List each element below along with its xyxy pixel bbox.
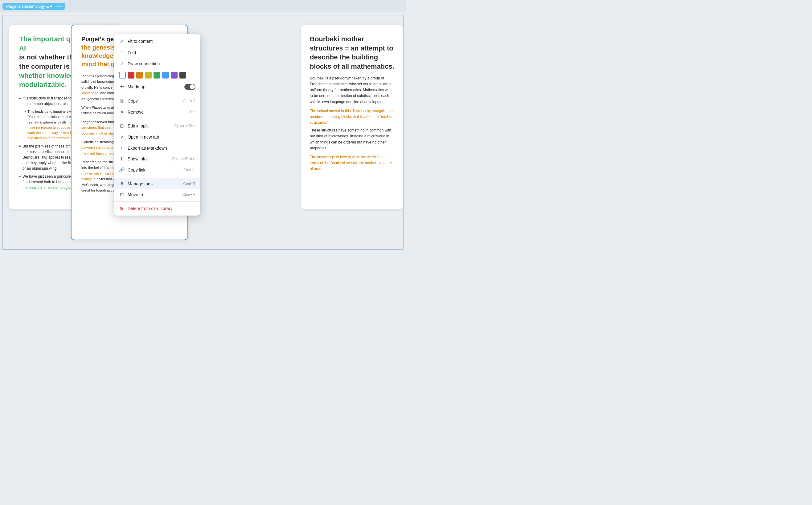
remove-label: Remove: [128, 110, 144, 115]
show-info-label: Show info: [128, 156, 146, 161]
menu-manage-tags[interactable]: # Manage tags Cmd+T: [114, 178, 200, 189]
export-label: Export as Markdown: [128, 146, 167, 151]
color-swatch-orange[interactable]: [136, 72, 143, 78]
fit-to-content-label: Fit to content: [128, 39, 152, 44]
menu-draw-connection[interactable]: ↗ Draw connection: [114, 58, 200, 69]
edit-split-label: Edit in split: [128, 124, 148, 128]
menu-item-left-mindmap: Mindmap: [119, 84, 145, 90]
menu-item-left-open-tab: ↗ Open in new tab: [119, 134, 159, 140]
triangle-icon-3: ▾: [19, 175, 21, 179]
manage-tags-icon: #: [119, 181, 125, 186]
color-swatch-red[interactable]: [128, 72, 134, 78]
menu-item-left-export: ↑ Export as Markdown: [119, 145, 167, 151]
dot-icon-2: [19, 145, 21, 147]
menu-mindmap[interactable]: Mindmap: [114, 81, 200, 93]
open-new-tab-label: Open in new tab: [128, 135, 159, 140]
divider-3: [114, 177, 200, 177]
card-right-orange2: The knowledge of how to work the world i…: [310, 154, 394, 172]
menu-copy[interactable]: ⧉ Copy Cmd+C: [114, 96, 200, 107]
manage-tags-label: Manage tags: [128, 181, 152, 186]
delete-label: Delete from card library: [128, 206, 172, 211]
edit-split-shortcut: Option+Click: [175, 124, 196, 128]
menu-item-left-fit: ⤢ Fit to content: [119, 38, 152, 44]
color-row: [114, 69, 200, 81]
card-right-body1: Bourbaki is a pseudonym taken by a group…: [310, 75, 394, 105]
color-swatch-green[interactable]: [153, 72, 160, 78]
card-right: Bourbaki mother structures = an attempt …: [301, 25, 403, 209]
copy-icon: ⧉: [119, 98, 125, 104]
draw-connection-icon: ↗: [119, 61, 125, 66]
menu-fit-to-content[interactable]: ⤢ Fit to content: [114, 36, 200, 47]
move-to-shortcut: Cmd+M: [183, 192, 196, 197]
card-right-heading: Bourbaki mother structures = an attempt …: [310, 34, 394, 71]
svg-point-0: [121, 86, 122, 87]
show-info-shortcut: Option+Shift+I: [172, 157, 196, 161]
color-swatch-purple[interactable]: [171, 72, 178, 78]
menu-move-to[interactable]: ⊡ Move to Cmd+M: [114, 189, 200, 200]
dot-icon-1: [25, 111, 26, 113]
edit-split-icon: ⊡: [119, 123, 125, 129]
tab-bar: Piaget's epistemology & AI: [0, 0, 406, 12]
show-info-icon: ℹ: [119, 156, 125, 162]
move-to-label: Move to: [128, 192, 143, 197]
canvas-area: The important question of AI is not whet…: [2, 15, 403, 250]
remove-shortcut: Del: [190, 110, 196, 114]
move-to-icon: ⊡: [119, 192, 125, 197]
color-swatch-blue[interactable]: [162, 72, 169, 78]
card-right-orange1: The school moved in this direction by re…: [310, 108, 394, 126]
mindmap-toggle[interactable]: [184, 84, 196, 90]
menu-item-left-tags: # Manage tags: [119, 181, 152, 186]
draw-connection-label: Draw connection: [128, 61, 160, 66]
menu-item-left-fold: Fold: [119, 49, 136, 55]
divider-4: [114, 201, 200, 202]
toggle-knob: [190, 85, 195, 89]
delete-icon: 🗑: [119, 206, 125, 211]
fold-label: Fold: [128, 50, 136, 55]
mindmap-icon: [119, 84, 125, 90]
tab-title: Piaget's epistemology & AI: [6, 4, 53, 9]
menu-item-left-info: ℹ Show info: [119, 156, 146, 162]
card-right-body2: These structures have something in commo…: [310, 128, 394, 151]
color-swatch-white[interactable]: [119, 72, 126, 78]
menu-fold[interactable]: Fold: [114, 47, 200, 58]
tab-dot-2: [59, 6, 60, 7]
tab-piaget[interactable]: Piaget's epistemology & AI: [2, 3, 66, 10]
menu-open-new-tab[interactable]: ↗ Open in new tab: [114, 132, 200, 143]
color-swatch-yellow[interactable]: [145, 72, 152, 78]
remove-icon: ✕: [119, 109, 125, 115]
menu-edit-split[interactable]: ⊡ Edit in split Option+Click: [114, 120, 200, 132]
menu-item-left-remove: ✕ Remove: [119, 109, 144, 115]
menu-item-left-delete: 🗑 Delete from card library: [119, 206, 172, 211]
export-icon: ↑: [119, 145, 125, 151]
copy-label: Copy: [128, 99, 138, 104]
menu-export-markdown[interactable]: ↑ Export as Markdown: [114, 143, 200, 153]
tab-dots: [57, 6, 62, 7]
copy-shortcut: Cmd+C: [183, 99, 196, 103]
copy-link-shortcut: Cmd+L: [184, 168, 196, 172]
menu-delete[interactable]: 🗑 Delete from card library: [114, 203, 200, 214]
menu-show-info[interactable]: ℹ Show info Option+Shift+I: [114, 153, 200, 164]
menu-remove[interactable]: ✕ Remove Del: [114, 107, 200, 118]
open-new-tab-icon: ↗: [119, 134, 125, 140]
triangle-icon-1: ▾: [19, 97, 21, 101]
divider-2: [114, 119, 200, 119]
copy-link-label: Copy link: [128, 168, 145, 172]
copy-link-icon: 🔗: [119, 167, 125, 173]
fit-to-content-icon: ⤢: [119, 38, 125, 44]
mindmap-label: Mindmap: [128, 85, 145, 89]
menu-item-left-move: ⊡ Move to: [119, 192, 143, 197]
menu-item-left-edit-split: ⊡ Edit in split: [119, 123, 148, 129]
menu-item-left-copy: ⧉ Copy: [119, 98, 138, 104]
menu-item-left-copy-link: 🔗 Copy link: [119, 167, 145, 173]
color-swatch-dark[interactable]: [180, 72, 186, 78]
tab-dot-1: [57, 6, 58, 7]
fold-icon: [119, 49, 125, 55]
tab-dot-3: [61, 6, 62, 7]
context-menu: ⤢ Fit to content Fold ↗ Draw connection: [114, 34, 200, 215]
manage-tags-shortcut: Cmd+T: [183, 182, 196, 186]
menu-item-left-draw: ↗ Draw connection: [119, 61, 160, 66]
divider-1: [114, 94, 200, 94]
menu-copy-link[interactable]: 🔗 Copy link Cmd+L: [114, 164, 200, 176]
